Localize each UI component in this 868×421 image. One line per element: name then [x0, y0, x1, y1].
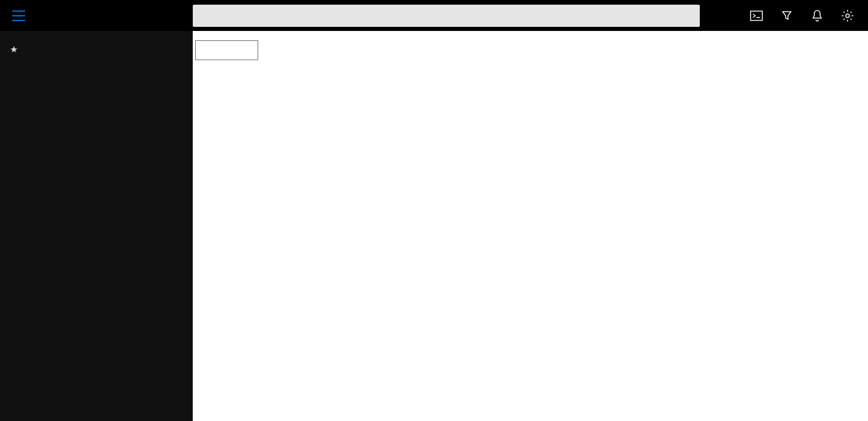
search-input[interactable]	[201, 9, 692, 22]
hamburger-icon	[12, 11, 25, 21]
global-search[interactable]	[193, 5, 700, 27]
topbar-actions	[743, 2, 861, 29]
hamburger-menu-button[interactable]	[7, 4, 30, 27]
settings-button[interactable]	[834, 2, 861, 29]
star-icon: ★	[11, 45, 18, 54]
top-bar	[0, 0, 868, 31]
favorites-header: ★	[0, 37, 193, 58]
bell-icon	[811, 9, 823, 22]
svg-point-1	[846, 14, 849, 18]
cloud-shell-button[interactable]	[743, 2, 770, 29]
gear-icon	[841, 9, 854, 22]
notifications-button[interactable]	[804, 2, 831, 29]
filter-input[interactable]	[195, 40, 258, 60]
content-area	[193, 31, 868, 421]
directories-button[interactable]	[773, 2, 800, 29]
cloud-shell-icon	[750, 11, 763, 21]
svg-rect-0	[751, 11, 762, 20]
sidebar: ★	[0, 31, 193, 421]
filter-icon	[781, 10, 793, 22]
